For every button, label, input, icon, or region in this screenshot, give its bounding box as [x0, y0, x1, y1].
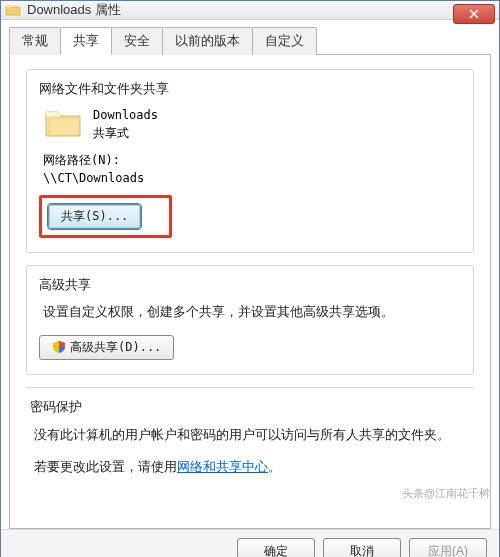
- tab-security[interactable]: 安全: [111, 27, 163, 55]
- password-protection-group: 密码保护 没有此计算机的用户帐户和密码的用户可以访问与所有人共享的文件夹。 若要…: [26, 387, 474, 502]
- window-title: Downloads 属性: [27, 1, 121, 19]
- tab-sharing[interactable]: 共享: [60, 27, 112, 55]
- properties-dialog: Downloads 属性 常规 共享 安全 以前的版本 自定义 网络文件和文件夹…: [0, 0, 500, 557]
- password-desc-suffix: 。: [268, 459, 281, 474]
- large-folder-icon: [43, 106, 83, 140]
- network-sharing-title: 网络文件和文件夹共享: [39, 80, 461, 98]
- dialog-footer: 确定 取消 应用(A): [1, 529, 499, 557]
- advanced-sharing-group: 高级共享 设置自定义权限，创建多个共享，并设置其他高级共享选项。 高级共享(D)…: [26, 265, 474, 375]
- share-button-highlight: 共享(S)...: [39, 195, 172, 238]
- advanced-sharing-description: 设置自定义权限，创建多个共享，并设置其他高级共享选项。: [43, 302, 461, 323]
- sharing-panel: 网络文件和文件夹共享 Downloads 共享式 网络路径(N):: [9, 55, 491, 529]
- password-description-1: 没有此计算机的用户帐户和密码的用户可以访问与所有人共享的文件夹。: [34, 424, 470, 446]
- advanced-sharing-title: 高级共享: [39, 276, 461, 294]
- advanced-sharing-button[interactable]: 高级共享(D)...: [39, 335, 174, 360]
- cancel-button[interactable]: 取消: [323, 538, 401, 557]
- password-description-2: 若要更改此设置，请使用网络和共享中心。: [34, 456, 470, 478]
- share-status: 共享式: [93, 124, 158, 142]
- folder-name: Downloads: [93, 106, 158, 124]
- shield-icon: [52, 340, 66, 354]
- password-desc-prefix: 若要更改此设置，请使用: [34, 459, 177, 474]
- folder-icon: [5, 2, 21, 18]
- content-area: 常规 共享 安全 以前的版本 自定义 网络文件和文件夹共享: [1, 20, 499, 529]
- titlebar: Downloads 属性: [1, 1, 499, 20]
- network-path-value: \\CT\Downloads: [43, 171, 461, 185]
- apply-button[interactable]: 应用(A): [409, 538, 487, 557]
- advanced-sharing-button-label: 高级共享(D)...: [70, 339, 161, 356]
- network-sharing-group: 网络文件和文件夹共享 Downloads 共享式 网络路径(N):: [26, 69, 474, 253]
- tab-custom[interactable]: 自定义: [252, 27, 317, 55]
- close-button[interactable]: [453, 4, 495, 24]
- folder-row: Downloads 共享式: [43, 106, 461, 142]
- tab-general[interactable]: 常规: [9, 27, 61, 55]
- network-sharing-center-link[interactable]: 网络和共享中心: [177, 459, 268, 474]
- share-button[interactable]: 共享(S)...: [48, 204, 141, 229]
- folder-info: Downloads 共享式: [93, 106, 158, 142]
- tab-previous-versions[interactable]: 以前的版本: [162, 27, 253, 55]
- ok-button[interactable]: 确定: [237, 538, 315, 557]
- tab-bar: 常规 共享 安全 以前的版本 自定义: [9, 26, 491, 55]
- network-path-label: 网络路径(N):: [43, 152, 461, 169]
- password-protection-title: 密码保护: [30, 398, 470, 416]
